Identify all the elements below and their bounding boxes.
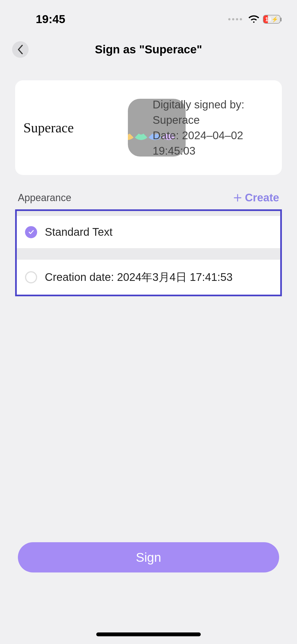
create-button[interactable]: Create bbox=[233, 191, 279, 204]
appearance-options: Standard Text Creation date: 2024年3月4日 1… bbox=[15, 209, 282, 296]
signature-name: Superace bbox=[23, 120, 109, 136]
detail-line-time: 19:45:03 bbox=[153, 143, 271, 158]
status-icons: 19⚡ bbox=[228, 14, 280, 24]
option-label: Standard Text bbox=[45, 226, 112, 238]
battery-icon: 19⚡ bbox=[263, 15, 280, 24]
page-header: Sign as "Superace" bbox=[0, 33, 297, 66]
appearance-label: Appearance bbox=[18, 192, 71, 204]
sign-label: Sign bbox=[136, 550, 161, 565]
create-label: Create bbox=[245, 191, 279, 204]
signature-details: Digitally signed by: Superace Date: 2024… bbox=[153, 97, 271, 158]
connectivity-dots-icon bbox=[228, 18, 242, 20]
appearance-option-standard-text[interactable]: Standard Text bbox=[17, 216, 280, 248]
plus-icon bbox=[233, 193, 242, 202]
page-title: Sign as "Superace" bbox=[95, 43, 202, 56]
chevron-left-icon bbox=[17, 45, 23, 54]
radio-unchecked-icon bbox=[25, 271, 37, 283]
status-bar: 19:45 19⚡ bbox=[0, 0, 297, 33]
back-button[interactable] bbox=[12, 41, 29, 58]
radio-checked-icon bbox=[25, 226, 37, 238]
detail-line-signer: Superace bbox=[153, 112, 271, 128]
appearance-section-header: Appearance Create bbox=[18, 191, 279, 204]
detail-line-signed-by: Digitally signed by: bbox=[153, 97, 271, 112]
sign-button[interactable]: Sign bbox=[18, 542, 279, 572]
status-time: 19:45 bbox=[36, 13, 65, 26]
wifi-icon bbox=[248, 14, 260, 24]
home-indicator[interactable] bbox=[96, 632, 201, 636]
signature-preview-card: Superace Digitally signed by: Superace D… bbox=[15, 80, 282, 175]
detail-line-date: Date: 2024–04–02 bbox=[153, 128, 271, 143]
appearance-option-creation-date[interactable]: Creation date: 2024年3月4日 17:41:53 bbox=[17, 260, 280, 295]
option-label: Creation date: 2024年3月4日 17:41:53 bbox=[45, 270, 233, 285]
